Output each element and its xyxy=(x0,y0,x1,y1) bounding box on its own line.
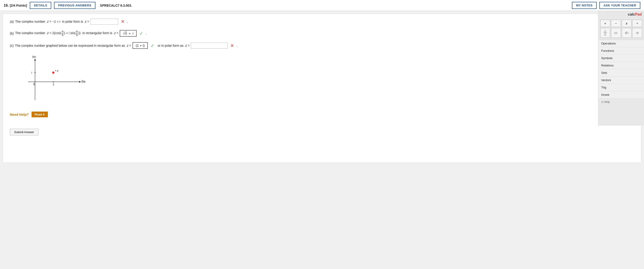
part-c-label: (c) xyxy=(10,44,14,48)
need-help-label: Need Help? xyxy=(10,113,29,116)
calc-multiply-button[interactable]: x xyxy=(622,20,632,27)
part-c-row: (c) The complex number graphed below can… xyxy=(10,42,634,49)
calc-superscript-button[interactable]: □□ xyxy=(611,28,621,38)
menu-item-functions[interactable]: Functions xyxy=(598,47,644,55)
menu-item-relations[interactable]: Relations xyxy=(598,62,644,69)
part-a-input[interactable] xyxy=(91,19,118,25)
part-b-text: The complex number z = 2(cos(π6) + i sin… xyxy=(15,30,118,37)
part-c-period: . xyxy=(236,44,237,48)
graph-origin-label: 0 xyxy=(33,82,35,86)
part-c-polar-status: ✕ xyxy=(230,43,234,48)
ask-teacher-button[interactable]: ASK YOUR TEACHER xyxy=(599,2,640,9)
part-a-period: . xyxy=(127,20,128,24)
svg-marker-3 xyxy=(34,59,36,61)
svg-marker-2 xyxy=(79,81,81,83)
graph-svg: 0 1 i Re Im • z xyxy=(17,54,90,105)
problem-id: SPRECALC7 8.3.003. xyxy=(100,4,569,7)
part-a-row: (a) The complex number z = −1 + i in pol… xyxy=(10,19,634,25)
calc-fraction-button[interactable]: □ □ xyxy=(600,28,610,38)
graph-point-z xyxy=(52,72,54,74)
menu-item-sets[interactable]: Sets xyxy=(598,69,644,77)
problem-number: 16. [2/4 Points] xyxy=(4,4,27,8)
submit-button[interactable]: Submit Answer xyxy=(10,129,38,135)
part-a: (a) The complex number z = −1 + i in pol… xyxy=(10,19,634,25)
part-b-row: (b) The complex number z = 2(cos(π6) + i… xyxy=(10,30,634,37)
part-b-status-icon: ✓ xyxy=(139,31,143,36)
calc-minus-button[interactable]: − xyxy=(611,20,621,27)
header-right: MY NOTES ASK YOUR TEACHER xyxy=(572,2,640,9)
part-c-rect-status: ✓ xyxy=(150,43,154,48)
part-b: (b) The complex number z = 2(cos(π6) + i… xyxy=(10,30,634,37)
calc-divide-button[interactable]: ÷ xyxy=(632,20,642,27)
calcpad-title-calc: calc xyxy=(628,12,635,16)
part-a-status-icon: ✕ xyxy=(121,19,125,24)
graph-x-tick: 1 xyxy=(53,83,54,86)
calcpad-help[interactable]: ⊙ Help xyxy=(598,99,644,105)
calc-factorial-button[interactable]: □! xyxy=(632,28,642,38)
details-button[interactable]: DETAILS xyxy=(30,2,51,9)
graph-y-label: Im xyxy=(32,55,36,59)
part-c-text: The complex number graphed below can be … xyxy=(15,44,131,48)
part-c-polar-input[interactable] xyxy=(191,43,228,49)
part-b-period: . xyxy=(146,31,146,36)
my-notes-button[interactable]: MY NOTES xyxy=(572,2,597,9)
calc-plus-button[interactable]: + xyxy=(600,20,610,27)
graph-y-tick: i xyxy=(31,71,32,74)
help-link-text: Help xyxy=(604,100,610,104)
read-it-button[interactable]: Read It xyxy=(32,112,48,117)
menu-item-symbols[interactable]: Symbols xyxy=(598,55,644,62)
need-help-section: Need Help? Read It xyxy=(10,112,634,117)
previous-answers-button[interactable]: PREVIOUS ANSWERS xyxy=(54,2,96,9)
points-text: [2/4 Points] xyxy=(10,4,27,7)
calc-sqrt-button[interactable]: √□ xyxy=(622,28,632,38)
part-b-label: (b) xyxy=(10,32,14,35)
header-bar: 16. [2/4 Points] DETAILS PREVIOUS ANSWER… xyxy=(0,0,644,11)
calcpad-sidebar: calcPad + − x ÷ □ □ □□ √□ □! Operations … xyxy=(598,11,644,126)
calcpad-buttons: + − x ÷ □ □ □□ √□ □! xyxy=(598,18,644,40)
problem-num-text: 16. xyxy=(4,4,9,7)
part-b-answer: √3 + i xyxy=(120,30,136,37)
calcpad-menu: Operations Functions Symbols Relations S… xyxy=(598,40,644,99)
submit-section: Submit Answer xyxy=(10,122,634,135)
main-content: (a) The complex number z = −1 + i in pol… xyxy=(0,11,644,165)
menu-item-operations[interactable]: Operations xyxy=(598,40,644,47)
part-c: (c) The complex number graphed below can… xyxy=(10,42,634,105)
menu-item-vectors[interactable]: Vectors xyxy=(598,77,644,84)
menu-item-trig[interactable]: Trig xyxy=(598,84,644,91)
part-c-middle-text: or in polar form as z = xyxy=(156,44,190,48)
problem-area: (a) The complex number z = −1 + i in pol… xyxy=(3,14,641,163)
graph-container: 0 1 i Re Im • z xyxy=(17,54,90,105)
part-c-rect-answer: (1 + i) xyxy=(132,42,148,49)
calcpad-title-pad: Pad xyxy=(635,12,642,16)
menu-item-greek[interactable]: Greek xyxy=(598,91,644,99)
graph-x-label: Re xyxy=(82,80,86,83)
part-a-label: (a) xyxy=(10,20,14,23)
part-a-text: The complex number z = −1 + i in polar f… xyxy=(15,20,89,23)
graph-point-label: • z xyxy=(55,69,58,72)
calcpad-header: calcPad xyxy=(598,11,644,18)
